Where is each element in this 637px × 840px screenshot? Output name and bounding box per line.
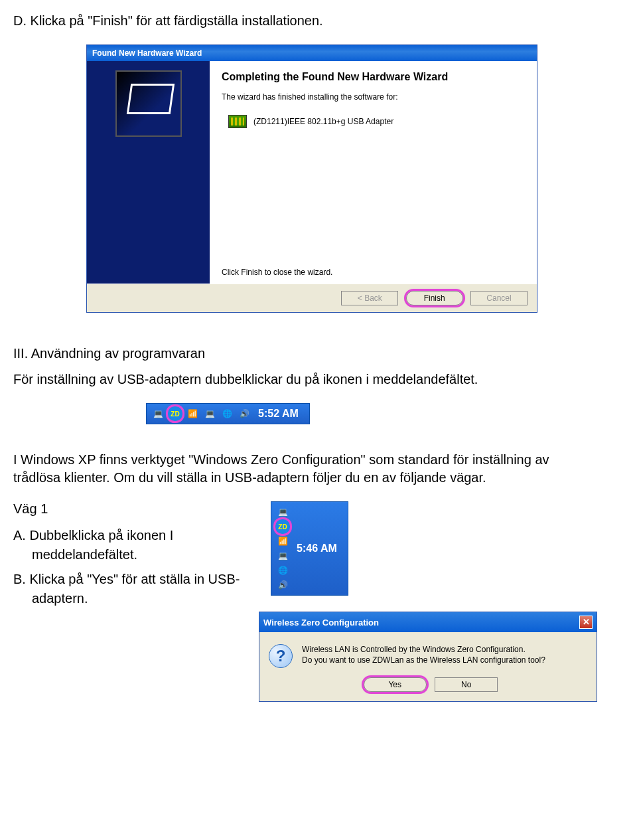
wzc-title-text: Wireless Zero Configuration (263, 618, 379, 628)
net-disabled-icon: 💻 (275, 548, 290, 563)
wizard-side-graphic (87, 61, 210, 284)
tray-icon: 📶 (185, 406, 200, 421)
wizard-button-row: < Back Finish Cancel (87, 284, 537, 312)
network-icon: 💻 (275, 505, 290, 519)
yes-button[interactable]: Yes (364, 677, 427, 692)
volume-icon: 🔊 (237, 406, 251, 421)
section-3-intro: För inställning av USB-adaptern dubbelkl… (13, 371, 597, 388)
network-icon: 💻 (151, 406, 165, 421)
globe-icon: 🌐 (275, 563, 290, 578)
way1-title: Väg 1 (13, 501, 240, 517)
wzc-message: Wireless LAN is Controlled by the Window… (302, 644, 545, 668)
hardware-icon (115, 70, 182, 137)
device-name: (ZD1211)IEEE 802.11b+g USB Adapter (253, 117, 393, 126)
step-d-text: D. Klicka på "Finish" för att färdigstäl… (13, 13, 597, 29)
wzc-body: ? Wireless LAN is Controlled by the Wind… (259, 632, 597, 673)
tray-icons-2: 💻 ZD 📶 💻 🌐 🔊 (275, 505, 290, 592)
system-tray-snippet-1: 💻 ZD 📶 💻 🌐 🔊 5:52 AM (146, 403, 310, 424)
way1-text-column: Väg 1 A. Dubbelklicka på ikonen I meddel… (13, 501, 240, 614)
finish-button[interactable]: Finish (406, 291, 463, 305)
close-icon[interactable]: ✕ (579, 616, 593, 629)
wzc-line2: Do you want to use ZDWLan as the Wireles… (302, 655, 545, 665)
way1-step-b: B. Klicka på "Yes" för att ställa in USB… (13, 570, 240, 608)
wzc-line1: Wireless LAN is Controlled by the Window… (302, 644, 545, 655)
back-button[interactable]: < Back (341, 291, 398, 305)
wzc-titlebar: Wireless Zero Configuration ✕ (259, 612, 597, 632)
wireless-zero-config-dialog: Wireless Zero Configuration ✕ ? Wireless… (259, 612, 597, 702)
zd-tray-icon[interactable]: ZD (275, 519, 290, 534)
way1-step-a: A. Dubbelklicka på ikonen I meddelandefä… (13, 526, 240, 564)
windows-xp-paragraph: I Windows XP finns verktyget "Windows Ze… (13, 451, 597, 487)
net-disabled-icon: 💻 (202, 406, 217, 421)
tray-time-2: 5:46 AM (297, 543, 337, 554)
wzc-button-row: Yes No (259, 673, 597, 701)
wizard-content: Completing the Found New Hardware Wizard… (210, 61, 537, 284)
wizard-body: Completing the Found New Hardware Wizard… (87, 61, 537, 284)
question-icon: ? (269, 644, 293, 668)
two-column-section: Väg 1 A. Dubbelklicka på ikonen I meddel… (13, 501, 597, 702)
cancel-button[interactable]: Cancel (470, 291, 528, 305)
wizard-titlebar: Found New Hardware Wizard (87, 45, 537, 61)
system-tray-snippet-2: 💻 ZD 📶 💻 🌐 🔊 5:46 AM (271, 501, 348, 596)
tray-time: 5:52 AM (258, 408, 299, 420)
volume-icon: 🔊 (275, 578, 290, 592)
section-3-title: III. Användning av programvaran (13, 346, 597, 361)
wizard-installed-text: The wizard has finished installing the s… (222, 92, 525, 102)
tray-icons: 💻 ZD 📶 💻 🌐 🔊 (151, 406, 251, 421)
globe-icon: 🌐 (220, 406, 234, 421)
found-new-hardware-wizard: Found New Hardware Wizard Completing the… (86, 44, 537, 313)
wizard-heading: Completing the Found New Hardware Wizard (222, 70, 525, 83)
wizard-close-text: Click Finish to close the wizard. (222, 268, 525, 277)
zd-tray-icon[interactable]: ZD (168, 406, 182, 421)
way1-image-column: 💻 ZD 📶 💻 🌐 🔊 5:46 AM Wireless Zero Confi… (259, 501, 597, 702)
wizard-device-row: (ZD1211)IEEE 802.11b+g USB Adapter (228, 115, 525, 128)
device-chip-icon (228, 115, 247, 128)
no-button[interactable]: No (435, 677, 498, 692)
tray-icon: 📶 (275, 534, 290, 548)
